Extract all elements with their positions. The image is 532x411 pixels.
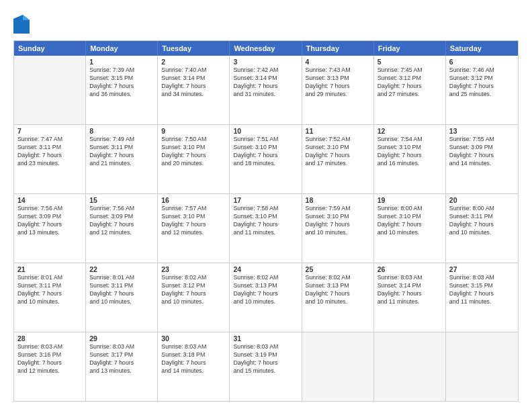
cell-info-line: Sunset: 3:11 PM <box>17 144 82 152</box>
cell-info-line: Sunset: 3:12 PM <box>161 282 226 290</box>
weekday-header-friday: Friday <box>374 41 446 56</box>
cell-info-line: Sunrise: 8:03 AM <box>378 274 442 282</box>
cell-info: Sunrise: 7:39 AMSunset: 3:15 PMDaylight:… <box>89 66 154 99</box>
cell-date: 7 <box>17 127 82 135</box>
cell-date: 9 <box>161 127 226 135</box>
cell-info-line: and 10 minutes. <box>306 229 370 237</box>
weekday-header-sunday: Sunday <box>14 41 86 56</box>
cell-info-line: Sunset: 3:11 PM <box>449 213 515 221</box>
cell-date: 24 <box>233 265 298 273</box>
cell-info-line: Daylight: 7 hours <box>17 290 82 298</box>
cell-info-line: Sunrise: 7:52 AM <box>306 136 370 144</box>
cell-info: Sunrise: 7:57 AMSunset: 3:10 PMDaylight:… <box>161 205 226 237</box>
cell-info-line: Sunrise: 8:02 AM <box>306 274 370 282</box>
cell-info-line: and 12 minutes. <box>161 229 226 237</box>
cell-info: Sunrise: 7:40 AMSunset: 3:14 PMDaylight:… <box>161 66 226 99</box>
cell-info-line: Sunset: 3:10 PM <box>161 144 226 152</box>
cell-info-line: and 23 minutes. <box>17 160 82 168</box>
calendar-header: SundayMondayTuesdayWednesdayThursdayFrid… <box>14 41 518 56</box>
cell-info-line: Sunrise: 8:03 AM <box>161 343 226 351</box>
calendar-cell: 3Sunrise: 7:42 AMSunset: 3:14 PMDaylight… <box>230 56 302 124</box>
cell-info-line: and 10 minutes. <box>378 229 442 237</box>
calendar-cell: 7Sunrise: 7:47 AMSunset: 3:11 PMDaylight… <box>14 125 86 193</box>
calendar-cell: 2Sunrise: 7:40 AMSunset: 3:14 PMDaylight… <box>158 56 230 124</box>
cell-info-line: Sunset: 3:14 PM <box>233 75 298 83</box>
cell-date: 16 <box>161 196 226 204</box>
cell-info-line: Sunset: 3:19 PM <box>233 351 298 359</box>
cell-date: 23 <box>161 265 226 273</box>
calendar-cell: 1Sunrise: 7:39 AMSunset: 3:15 PMDaylight… <box>86 56 158 124</box>
cell-info: Sunrise: 7:56 AMSunset: 3:09 PMDaylight:… <box>89 205 154 237</box>
cell-info-line: Sunset: 3:13 PM <box>306 282 370 290</box>
cell-date: 15 <box>89 196 154 204</box>
cell-info: Sunrise: 7:55 AMSunset: 3:09 PMDaylight:… <box>449 136 515 168</box>
calendar-cell: 4Sunrise: 7:43 AMSunset: 3:13 PMDaylight… <box>302 56 374 124</box>
cell-info: Sunrise: 8:00 AMSunset: 3:10 PMDaylight:… <box>378 205 442 237</box>
cell-info-line: Sunrise: 7:56 AM <box>17 205 82 213</box>
svg-marker-1 <box>23 15 30 20</box>
cell-info-line: Daylight: 7 hours <box>449 290 515 298</box>
weekday-header-wednesday: Wednesday <box>230 41 302 56</box>
cell-info-line: Sunrise: 7:54 AM <box>378 136 442 144</box>
cell-info: Sunrise: 7:46 AMSunset: 3:12 PMDaylight:… <box>449 66 515 99</box>
cell-info-line: Sunset: 3:09 PM <box>449 144 515 152</box>
cell-info-line: Sunrise: 7:51 AM <box>233 136 298 144</box>
cell-date: 29 <box>89 334 154 342</box>
cell-info-line: Sunrise: 8:03 AM <box>17 343 82 351</box>
cell-info-line: and 10 minutes. <box>306 298 370 306</box>
cell-info: Sunrise: 7:47 AMSunset: 3:11 PMDaylight:… <box>17 136 82 168</box>
cell-info-line: Sunrise: 8:01 AM <box>89 274 154 282</box>
cell-info-line: Sunset: 3:15 PM <box>449 282 515 290</box>
cell-info: Sunrise: 7:56 AMSunset: 3:09 PMDaylight:… <box>17 205 82 237</box>
calendar-cell: 20Sunrise: 8:00 AMSunset: 3:11 PMDayligh… <box>446 194 518 263</box>
cell-info: Sunrise: 8:03 AMSunset: 3:14 PMDaylight:… <box>378 274 442 306</box>
cell-date: 31 <box>233 334 298 342</box>
cell-info: Sunrise: 7:43 AMSunset: 3:13 PMDaylight:… <box>306 66 370 99</box>
cell-date: 18 <box>306 196 370 204</box>
cell-info-line: and 12 minutes. <box>17 367 82 375</box>
cell-info-line: Daylight: 7 hours <box>378 221 442 229</box>
cell-info-line: Sunset: 3:11 PM <box>89 144 154 152</box>
calendar-cell: 31Sunrise: 8:03 AMSunset: 3:19 PMDayligh… <box>230 332 302 401</box>
cell-info-line: and 10 minutes. <box>161 298 226 306</box>
header <box>13 12 519 34</box>
calendar-row-1: 7Sunrise: 7:47 AMSunset: 3:11 PMDaylight… <box>14 124 518 193</box>
cell-info-line: and 13 minutes. <box>89 367 154 375</box>
cell-info-line: and 13 minutes. <box>17 229 82 237</box>
cell-info-line: Sunset: 3:10 PM <box>378 144 442 152</box>
cell-info-line: Daylight: 7 hours <box>161 359 226 367</box>
cell-info-line: and 11 minutes. <box>449 298 515 306</box>
calendar-cell: 17Sunrise: 7:58 AMSunset: 3:10 PMDayligh… <box>230 194 302 263</box>
cell-info-line: Sunrise: 7:59 AM <box>306 205 370 213</box>
cell-info-line: Daylight: 7 hours <box>449 152 515 160</box>
cell-info-line: Sunrise: 7:55 AM <box>449 136 515 144</box>
calendar-row-2: 14Sunrise: 7:56 AMSunset: 3:09 PMDayligh… <box>14 193 518 263</box>
cell-info-line: Sunrise: 8:03 AM <box>449 274 515 282</box>
calendar-cell: 12Sunrise: 7:54 AMSunset: 3:10 PMDayligh… <box>374 125 446 193</box>
cell-info-line: and 10 minutes. <box>89 298 154 306</box>
cell-info-line: and 31 minutes. <box>233 91 298 99</box>
cell-info-line: and 29 minutes. <box>306 91 370 99</box>
calendar-cell: 30Sunrise: 8:03 AMSunset: 3:18 PMDayligh… <box>158 332 230 401</box>
cell-date: 3 <box>233 58 298 66</box>
cell-info-line: Daylight: 7 hours <box>89 359 154 367</box>
cell-info-line: and 11 minutes. <box>233 229 298 237</box>
cell-info: Sunrise: 8:02 AMSunset: 3:12 PMDaylight:… <box>161 274 226 306</box>
cell-info-line: and 20 minutes. <box>161 160 226 168</box>
cell-info: Sunrise: 8:01 AMSunset: 3:11 PMDaylight:… <box>89 274 154 306</box>
calendar-cell: 21Sunrise: 8:01 AMSunset: 3:11 PMDayligh… <box>14 263 86 332</box>
cell-info-line: Daylight: 7 hours <box>17 359 82 367</box>
cell-date: 10 <box>233 127 298 135</box>
logo-icon <box>13 15 30 34</box>
cell-info: Sunrise: 8:03 AMSunset: 3:15 PMDaylight:… <box>449 274 515 306</box>
cell-info-line: Sunset: 3:15 PM <box>89 75 154 83</box>
cell-info-line: Daylight: 7 hours <box>233 152 298 160</box>
cell-info-line: Daylight: 7 hours <box>233 290 298 298</box>
cell-info-line: Sunset: 3:11 PM <box>89 282 154 290</box>
calendar-cell: 26Sunrise: 8:03 AMSunset: 3:14 PMDayligh… <box>374 263 446 332</box>
cell-info-line: and 10 minutes. <box>449 229 515 237</box>
logo <box>13 15 32 34</box>
cell-info-line: Sunrise: 7:46 AM <box>449 66 515 75</box>
cell-info-line: Daylight: 7 hours <box>306 290 370 298</box>
cell-info-line: Sunrise: 7:57 AM <box>161 205 226 213</box>
